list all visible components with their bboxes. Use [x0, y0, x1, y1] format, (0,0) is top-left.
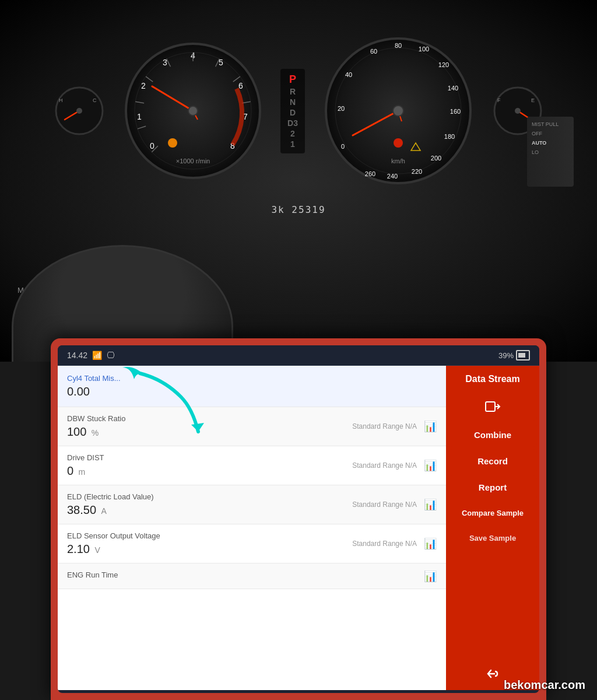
svg-point-4 — [76, 108, 82, 114]
odometer-display: 3k 25319 — [271, 204, 325, 215]
combine-button[interactable]: Combine — [448, 423, 537, 447]
eld-load-unit: A — [101, 506, 107, 516]
screen-icon: 🖵 — [107, 351, 115, 360]
svg-text:160: 160 — [450, 108, 461, 115]
gear-2: 2 — [290, 129, 295, 138]
report-button[interactable]: Report — [448, 475, 537, 499]
svg-text:F: F — [497, 97, 501, 103]
gear-d: D — [290, 108, 296, 117]
status-left: 14.42 📶 🖵 — [67, 351, 115, 360]
save-button[interactable]: Save Sample — [448, 527, 537, 550]
eld-voltage-chart-icon[interactable]: 📊 — [424, 537, 437, 550]
svg-text:140: 140 — [448, 85, 458, 92]
svg-text:0: 0 — [341, 143, 345, 150]
dashboard-background: H C 0 — [0, 0, 597, 362]
battery-status: 39% — [498, 350, 530, 360]
svg-text:120: 120 — [438, 61, 449, 68]
dbw-value: 100 — [67, 425, 86, 438]
speedometer: 0 20 40 60 80 100 120 140 160 180 200 22… — [322, 35, 474, 187]
device-screen: 14.42 📶 🖵 39% Cyl4 Total Mis... 0.00 — [58, 345, 539, 693]
svg-text:km/h: km/h — [391, 158, 405, 164]
eld-load-label: ELD (Electric Load Value) — [67, 492, 437, 501]
svg-text:×1000 r/min: ×1000 r/min — [176, 158, 210, 164]
data-item-eld-load: ELD (Electric Load Value) 38.50 A Standa… — [58, 485, 446, 524]
cyl4-value-row: 0.00 — [67, 385, 437, 398]
svg-text:260: 260 — [365, 170, 375, 177]
svg-point-27 — [188, 106, 198, 116]
gear-n: N — [290, 97, 296, 107]
data-stream-list[interactable]: Cyl4 Total Mis... 0.00 DBW Stuck Ratio 1… — [58, 366, 446, 690]
svg-text:40: 40 — [345, 71, 352, 78]
svg-point-56 — [515, 108, 521, 114]
gear-r: R — [290, 87, 296, 96]
eld-voltage-unit: V — [94, 545, 100, 555]
eld-voltage-value: 2.10 — [67, 542, 90, 555]
instrument-cluster: H C 0 — [0, 18, 597, 204]
data-item-drive-dist: Drive DIST 0 m Standard Range N/A 📊 — [58, 446, 446, 485]
eld-voltage-label: ELD Sensor Output Voltage — [67, 531, 437, 540]
diagnostic-device: 14.42 📶 🖵 39% Cyl4 Total Mis... 0.00 — [51, 338, 546, 700]
eld-load-chart-icon[interactable]: 📊 — [424, 498, 437, 511]
svg-point-49 — [394, 138, 403, 148]
battery-icon — [516, 350, 530, 360]
eng-run-chart-icon[interactable]: 📊 — [424, 570, 437, 583]
drive-dist-label: Drive DIST — [67, 453, 437, 462]
dbw-unit: % — [92, 428, 99, 438]
svg-rect-57 — [486, 402, 495, 411]
battery-pct: 39% — [498, 351, 514, 360]
exit-button[interactable] — [448, 393, 537, 421]
drive-dist-value: 0 — [67, 464, 73, 477]
drive-dist-unit: m — [79, 467, 86, 477]
time-display: 14.42 — [67, 351, 87, 360]
data-item-dbw: DBW Stuck Ratio 100 % Standard Range N/A… — [58, 407, 446, 446]
gear-p: P — [289, 74, 296, 86]
compare-button[interactable]: Compare Sample — [448, 502, 537, 524]
dbw-chart-icon[interactable]: 📊 — [424, 420, 437, 433]
tachometer: 0 1 2 3 4 5 6 7 8 — [123, 41, 263, 181]
svg-text:180: 180 — [444, 133, 455, 140]
svg-text:60: 60 — [370, 48, 377, 55]
gear-indicator: P R N D D3 2 1 — [280, 69, 305, 153]
screen-main-content: Cyl4 Total Mis... 0.00 DBW Stuck Ratio 1… — [58, 366, 539, 690]
eld-load-range: Standard Range N/A — [352, 501, 417, 509]
right-sidebar: Data Stream Combine Record Report — [446, 366, 539, 690]
gear-d3: D3 — [287, 118, 298, 128]
data-item-eld-voltage: ELD Sensor Output Voltage 2.10 V Standar… — [58, 524, 446, 564]
svg-point-28 — [168, 138, 177, 148]
record-button[interactable]: Record — [448, 449, 537, 473]
svg-text:80: 80 — [395, 42, 402, 49]
eld-load-value: 38.50 — [67, 503, 96, 516]
temp-gauge: H C — [53, 85, 106, 137]
dbw-label: DBW Stuck Ratio — [67, 414, 437, 423]
svg-text:H: H — [59, 97, 63, 103]
svg-text:200: 200 — [431, 155, 441, 162]
cyl4-value: 0.00 — [67, 385, 90, 398]
svg-text:E: E — [531, 97, 535, 103]
svg-text:220: 220 — [412, 168, 422, 175]
svg-text:240: 240 — [387, 173, 398, 180]
svg-text:100: 100 — [419, 46, 429, 52]
wiper-controls: MIST PULL OFF AUTO LO — [527, 117, 574, 187]
gear-1: 1 — [290, 139, 295, 149]
drive-dist-chart-icon[interactable]: 📊 — [424, 459, 437, 472]
screen-status-bar: 14.42 📶 🖵 39% — [58, 345, 539, 366]
dbw-range: Standard Range N/A — [352, 422, 417, 430]
data-item-eng-run: ENG Run Time 📊 — [58, 564, 446, 589]
watermark: bekomcar.com — [504, 678, 585, 692]
sidebar-title: Data Stream — [448, 368, 537, 390]
svg-text:1: 1 — [137, 112, 142, 121]
svg-text:0: 0 — [150, 141, 154, 150]
svg-text:20: 20 — [338, 105, 345, 112]
cyl4-label: Cyl4 Total Mis... — [67, 374, 437, 383]
drive-dist-range: Standard Range N/A — [352, 461, 417, 470]
svg-text:2: 2 — [141, 81, 146, 90]
eng-run-label: ENG Run Time — [67, 570, 437, 579]
svg-text:C: C — [93, 97, 97, 103]
wifi-icon: 📶 — [92, 351, 102, 360]
eld-voltage-range: Standard Range N/A — [352, 540, 417, 548]
svg-point-48 — [393, 106, 403, 116]
data-item-cyl4: Cyl4 Total Mis... 0.00 — [58, 366, 446, 407]
